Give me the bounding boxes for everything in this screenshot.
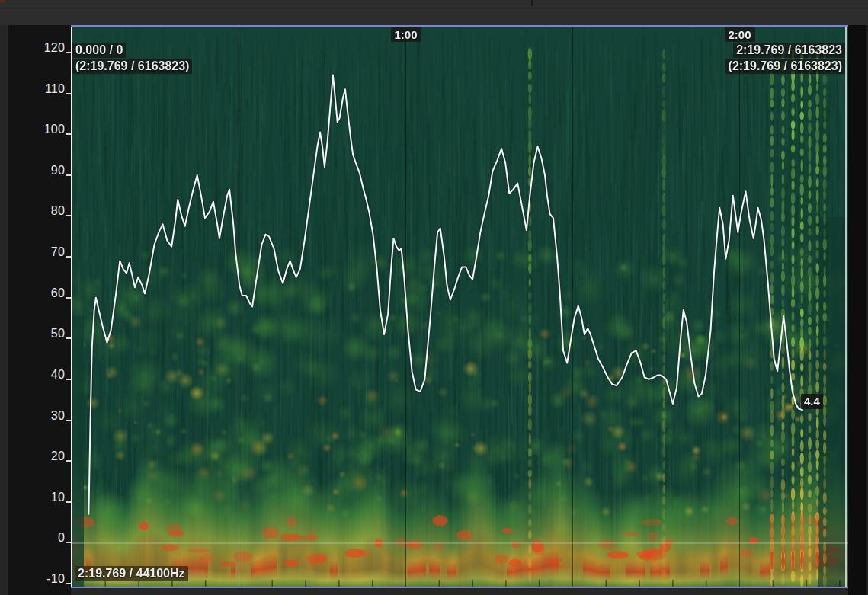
app-window: 1201101009080706050403020100-10 0.000 / … <box>0 0 868 595</box>
cursor-position-label: 0.000 / 0 <box>72 43 126 58</box>
y-axis-label: 110 <box>45 82 65 97</box>
file-duration-label-left: (2:19.769 / 6163823) <box>72 59 192 74</box>
y-axis-label: 80 <box>51 203 65 219</box>
y-axis-label: 90 <box>51 163 65 178</box>
spectrogram-canvas[interactable] <box>71 27 848 587</box>
record-indicator <box>0 0 5 2</box>
y-axis-label: -10 <box>46 571 65 587</box>
end-of-file-line <box>845 27 847 587</box>
y-axis-label: 20 <box>51 449 65 464</box>
selection-end-label: 2:19.769 / 6163823 <box>733 43 845 58</box>
y-axis: 1201101009080706050403020100-10 <box>8 25 71 595</box>
y-axis-label: 120 <box>44 40 65 56</box>
y-axis-label: 30 <box>51 408 65 424</box>
y-axis-label: 50 <box>51 326 65 341</box>
file-duration-label-right: (2:19.769 / 6163823) <box>725 59 845 74</box>
toolbar-divider <box>0 8 868 8</box>
curve-value-label: 4.4 <box>801 394 823 409</box>
spectrogram-plot[interactable]: 0.000 / 0 (2:19.769 / 6163823) 2:19.769 … <box>71 25 848 588</box>
y-axis-label: 10 <box>51 490 65 505</box>
y-axis-label: 100 <box>44 122 65 137</box>
time-axis-label: 1:00 <box>390 27 421 42</box>
playhead-cursor[interactable] <box>71 27 72 587</box>
time-axis-label: 2:00 <box>724 27 754 42</box>
y-axis-label: 60 <box>51 286 65 301</box>
y-axis-label: 40 <box>51 367 65 382</box>
duration-samplerate-label: 2:19.769 / 44100Hz <box>75 566 188 581</box>
toolbar-notch <box>531 0 533 6</box>
top-toolbar <box>0 0 868 25</box>
y-axis-label: 0 <box>58 530 65 545</box>
y-axis-label: 70 <box>51 245 65 260</box>
